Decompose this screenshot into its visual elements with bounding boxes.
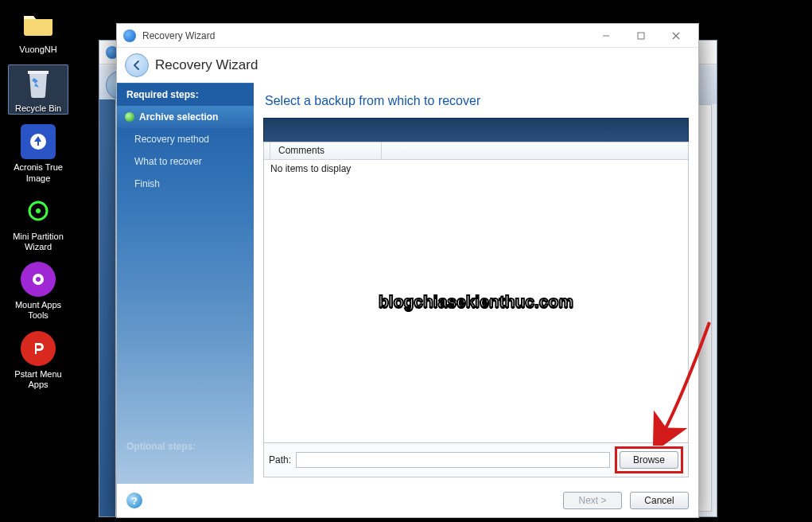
empty-message: No items to display — [270, 163, 682, 174]
step-finish[interactable]: Finish — [117, 173, 254, 195]
desktop-icon-label: Mount Apps Tools — [8, 300, 68, 321]
window-title: Recovery Wizard — [142, 30, 215, 41]
column-comments[interactable]: Comments — [270, 142, 382, 159]
path-row: Path: Browse — [263, 443, 689, 477]
desktop-icon-mini-partition[interactable]: Mini Partition Wizard — [8, 193, 68, 252]
required-steps-label: Required steps: — [117, 83, 254, 106]
step-recovery-method[interactable]: Recovery method — [117, 128, 254, 150]
watermark-text: blogchiasekienthuc.com — [379, 292, 573, 311]
app-icon — [123, 29, 136, 42]
desktop-icon-acronis[interactable]: Acronis True Image — [8, 124, 68, 183]
desktop-icon-mount-apps[interactable]: Mount Apps Tools — [8, 262, 68, 321]
folder-user-icon — [21, 6, 56, 41]
list-header-bar — [263, 118, 689, 142]
desktop-icon-label: Mini Partition Wizard — [8, 232, 68, 252]
backup-list: Comments No items to display blogchiasek… — [263, 142, 689, 443]
acronis-icon — [21, 124, 56, 159]
step-archive-selection[interactable]: Archive selection — [117, 106, 254, 128]
window-header: Recovery Wizard — [117, 48, 698, 83]
partition-wizard-icon — [21, 193, 56, 228]
path-label: Path: — [269, 454, 291, 466]
step-what-to-recover[interactable]: What to recover — [117, 150, 254, 173]
help-icon[interactable]: ? — [126, 493, 142, 508]
desktop-icon-label: Pstart Menu Apps — [8, 369, 68, 390]
svg-rect-5 — [638, 33, 644, 39]
wizard-sidebar: Required steps: Archive selection Recove… — [117, 83, 254, 484]
desktop-icon-label: Acronis True Image — [8, 162, 68, 183]
table-body[interactable]: No items to display blogchiasekienthuc.c… — [264, 160, 688, 442]
svg-point-3 — [36, 277, 41, 282]
maximize-button[interactable] — [624, 25, 659, 47]
cancel-button[interactable]: Cancel — [630, 492, 689, 509]
pstart-icon — [21, 331, 56, 366]
desktop-icon-recycle-bin[interactable]: Recycle Bin — [8, 64, 68, 115]
back-button[interactable] — [125, 53, 149, 77]
desktop-icon-pstart[interactable]: Pstart Menu Apps — [8, 331, 68, 390]
optional-steps-label: Optional steps: — [126, 441, 196, 452]
browse-button[interactable]: Browse — [620, 451, 678, 469]
desktop-icon-label: Recycle Bin — [9, 103, 68, 114]
main-title: Select a backup from which to recover — [265, 94, 689, 108]
minimize-button[interactable] — [589, 25, 624, 47]
browse-highlight: Browse — [615, 446, 683, 473]
wizard-footer: ? Next > Cancel — [117, 484, 698, 517]
recycle-bin-icon — [21, 65, 56, 100]
desktop-icon-label: VuongNH — [8, 45, 68, 55]
window-titlebar[interactable]: Recovery Wizard — [117, 24, 698, 48]
path-input[interactable] — [296, 452, 610, 468]
mount-apps-icon — [21, 262, 56, 297]
svg-point-1 — [36, 208, 41, 213]
header-title: Recovery Wizard — [155, 57, 258, 73]
desktop-icon-vuongnh[interactable]: VuongNH — [8, 6, 68, 55]
recovery-wizard-window: Recovery Wizard Recovery Wizard Required… — [116, 23, 699, 518]
table-header: Comments — [264, 142, 688, 160]
background-window-side — [99, 99, 115, 516]
close-button[interactable] — [659, 25, 694, 47]
wizard-main: Select a backup from which to recover Co… — [254, 83, 698, 484]
next-button[interactable]: Next > — [563, 492, 622, 509]
